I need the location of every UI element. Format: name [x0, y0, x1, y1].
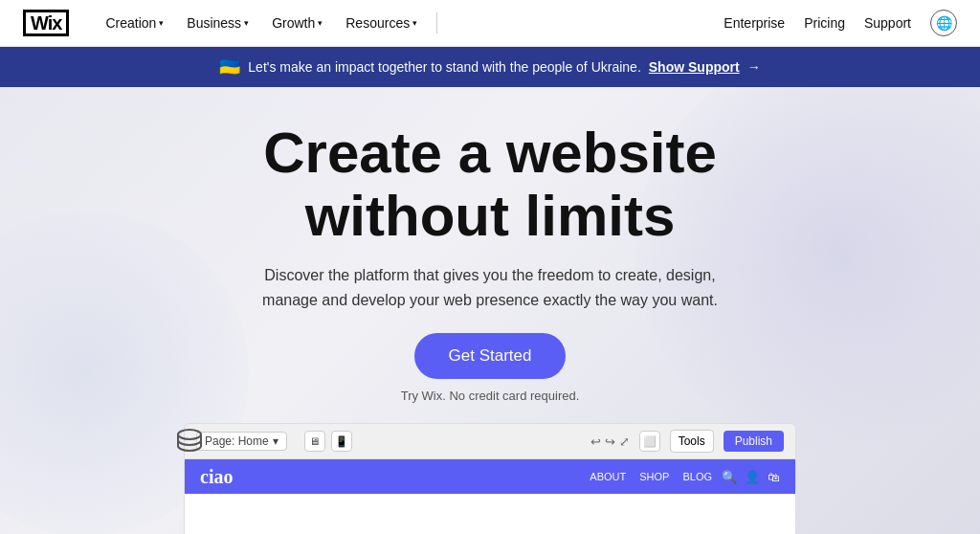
undo-redo-icons: ↩ ↪ ⤢ [590, 434, 630, 449]
get-started-button[interactable]: Get Started [414, 333, 567, 379]
globe-icon[interactable]: 🌐 [930, 10, 957, 36]
nav-support-link[interactable]: Support [864, 15, 911, 31]
search-icon[interactable]: 🔍 [722, 470, 737, 484]
hero-subtitle: Discover the platform that gives you the… [260, 263, 720, 312]
arrow-icon: → [747, 59, 761, 75]
chevron-down-icon: ▾ [273, 434, 278, 448]
toolbar-icons: 🖥 📱 [304, 431, 352, 452]
undo-icon[interactable]: ↩ [590, 434, 601, 449]
nav-creation-label: Creation [105, 15, 156, 31]
device-icon[interactable]: ⬜ [639, 431, 660, 452]
chevron-down-icon: ▾ [159, 18, 164, 28]
nav-enterprise-link[interactable]: Enterprise [724, 15, 785, 31]
ukraine-flag: 🇺🇦 [219, 56, 240, 78]
editor-site-preview: ciao ABOUT SHOP BLOG 🔍 👤 🛍 [184, 459, 796, 534]
hero-title: Create a website without limits [155, 122, 825, 248]
editor-toolbar: Page: Home ▾ 🖥 📱 ↩ ↪ ⤢ ⬜ Tools Publish [184, 423, 796, 459]
redo-icon[interactable]: ↪ [605, 434, 615, 449]
site-nav: ciao ABOUT SHOP BLOG 🔍 👤 🛍 [185, 459, 795, 494]
publish-button[interactable]: Publish [724, 431, 784, 452]
chevron-down-icon: ▾ [412, 18, 417, 28]
nav-item-creation[interactable]: Creation ▾ [96, 10, 173, 36]
database-icon [172, 425, 207, 459]
chevron-down-icon: ▾ [244, 18, 249, 28]
editor-preview: Page: Home ▾ 🖥 📱 ↩ ↪ ⤢ ⬜ Tools Publish c… [184, 423, 796, 534]
nav-primary-links: Creation ▾ Business ▾ Growth ▾ Resources… [96, 10, 427, 36]
user-icon[interactable]: 👤 [745, 470, 760, 484]
expand-icon[interactable]: ⤢ [619, 434, 630, 449]
tools-button[interactable]: Tools [670, 430, 714, 453]
ukraine-banner: 🇺🇦 Let's make an impact together to stan… [0, 47, 980, 87]
page-label: Page: Home [205, 434, 269, 448]
page-selector[interactable]: Page: Home ▾ [196, 432, 287, 451]
site-nav-shop[interactable]: SHOP [639, 471, 669, 482]
nav-resources-label: Resources [345, 15, 410, 31]
hero-section: Create a website without limits Discover… [0, 87, 980, 534]
nav-right-links: Enterprise Pricing Support 🌐 [724, 10, 957, 36]
show-support-link[interactable]: Show Support [649, 59, 740, 75]
desktop-icon[interactable]: 🖥 [304, 431, 325, 452]
nav-growth-label: Growth [272, 15, 315, 31]
site-nav-icons: 🔍 👤 🛍 [722, 470, 780, 484]
nav-item-growth[interactable]: Growth ▾ [262, 10, 332, 36]
chevron-down-icon: ▾ [318, 18, 323, 28]
site-nav-about[interactable]: ABOUT [590, 471, 626, 482]
nav-business-label: Business [187, 15, 241, 31]
banner-text: Let's make an impact together to stand w… [248, 59, 640, 75]
hero-note: Try Wix. No credit card required. [401, 389, 580, 403]
mobile-icon[interactable]: 📱 [331, 431, 352, 452]
nav-item-resources[interactable]: Resources ▾ [336, 10, 427, 36]
nav-divider [436, 12, 437, 33]
nav-item-business[interactable]: Business ▾ [177, 10, 258, 36]
navbar: Wix Creation ▾ Business ▾ Growth ▾ Resou… [0, 0, 980, 47]
site-nav-blog[interactable]: BLOG [682, 471, 712, 482]
svg-point-0 [178, 430, 201, 439]
cart-icon[interactable]: 🛍 [768, 470, 780, 484]
site-nav-links: ABOUT SHOP BLOG [590, 471, 712, 482]
wix-logo[interactable]: Wix [23, 10, 69, 36]
site-logo: ciao [200, 466, 233, 488]
nav-pricing-link[interactable]: Pricing [804, 15, 845, 31]
